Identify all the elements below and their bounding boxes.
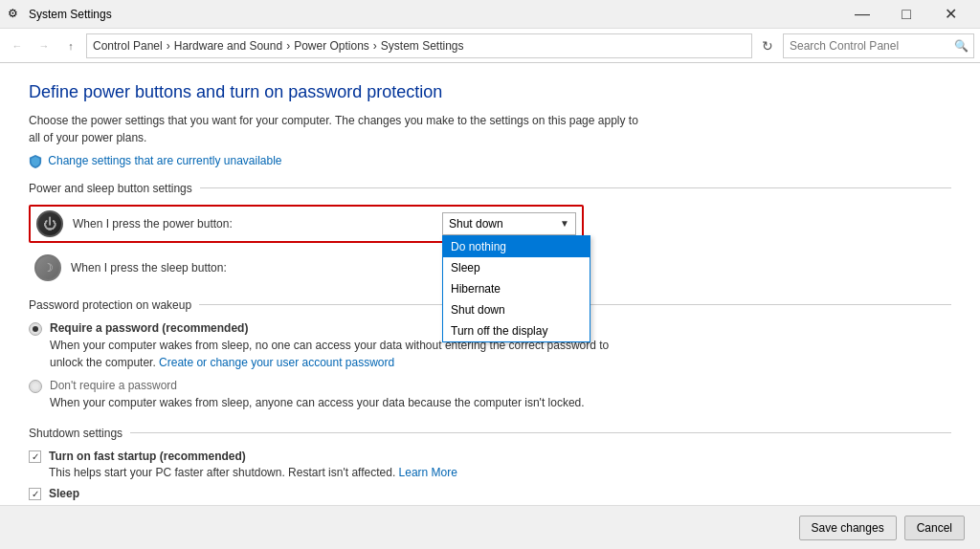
sleep-checkbox[interactable] bbox=[29, 488, 41, 500]
main-content: Define power buttons and turn on passwor… bbox=[0, 63, 980, 505]
breadcrumb-sep-2: › bbox=[286, 39, 290, 53]
page-description: Choose the power settings that you want … bbox=[29, 112, 651, 146]
dont-require-password-label[interactable]: Don't require a password bbox=[50, 379, 585, 392]
sleep-checkbox-wrap: Sleep Show in Power menu. bbox=[49, 487, 161, 505]
password-section-label: Password protection on wakeup bbox=[29, 298, 199, 312]
shutdown-section: Turn on fast startup (recommended) This … bbox=[29, 450, 641, 505]
power-button-row: When I press the power button: Shut down… bbox=[29, 205, 584, 243]
require-password-radio[interactable] bbox=[29, 322, 42, 336]
sleep-icon bbox=[34, 254, 61, 281]
fast-startup-desc: This helps start your PC faster after sh… bbox=[49, 465, 457, 481]
up-button[interactable]: ↑ bbox=[59, 34, 82, 57]
dont-require-password-option: Don't require a password When your compu… bbox=[29, 379, 641, 411]
forward-button[interactable]: → bbox=[33, 34, 56, 57]
dont-require-password-radio[interactable] bbox=[29, 380, 42, 393]
breadcrumb[interactable]: Control Panel › Hardware and Sound › Pow… bbox=[86, 33, 752, 58]
breadcrumb-item-2: Hardware and Sound bbox=[174, 39, 282, 53]
power-icon bbox=[36, 210, 63, 237]
shield-icon bbox=[29, 155, 42, 168]
save-changes-button[interactable]: Save changes bbox=[799, 516, 897, 540]
fast-startup-row: Turn on fast startup (recommended) This … bbox=[29, 450, 641, 481]
fast-startup-wrap: Turn on fast startup (recommended) This … bbox=[49, 450, 457, 481]
power-section-label: Power and sleep button settings bbox=[29, 182, 200, 195]
shutdown-section-divider: Shutdown settings bbox=[29, 427, 951, 440]
title-bar: ⚙ System Settings — □ ✕ bbox=[0, 0, 980, 29]
power-dropdown-button[interactable]: Shut down ▼ bbox=[442, 212, 576, 235]
dropdown-item-turn-off-display[interactable]: Turn off the display bbox=[443, 320, 590, 341]
change-settings-link[interactable]: Change settings that are currently unava… bbox=[48, 154, 281, 167]
chevron-down-icon: ▼ bbox=[560, 218, 569, 229]
close-button[interactable]: ✕ bbox=[928, 0, 972, 29]
fast-startup-label: Turn on fast startup (recommended) bbox=[49, 450, 246, 463]
window-title: System Settings bbox=[29, 8, 840, 21]
search-wrap: 🔍 bbox=[783, 33, 974, 58]
page-title: Define power buttons and turn on passwor… bbox=[29, 82, 951, 102]
dropdown-item-shut-down[interactable]: Shut down bbox=[443, 299, 590, 320]
breadcrumb-item-4: System Settings bbox=[381, 39, 464, 53]
search-input[interactable] bbox=[783, 33, 974, 58]
refresh-button[interactable]: ↻ bbox=[756, 34, 779, 57]
power-section-divider: Power and sleep button settings bbox=[29, 182, 951, 195]
sleep-checkbox-label: Sleep bbox=[49, 487, 79, 500]
minimize-button[interactable]: — bbox=[840, 0, 884, 29]
cancel-button[interactable]: Cancel bbox=[904, 516, 965, 540]
power-dropdown-wrap: Shut down ▼ Do nothing Sleep Hibernate S… bbox=[442, 212, 576, 235]
create-password-link[interactable]: Create or change your user account passw… bbox=[159, 356, 394, 369]
power-dropdown-menu: Do nothing Sleep Hibernate Shut down Tur… bbox=[442, 235, 590, 342]
breadcrumb-sep-1: › bbox=[167, 39, 170, 53]
address-bar: ← → ↑ Control Panel › Hardware and Sound… bbox=[0, 29, 980, 63]
change-settings-row: Change settings that are currently unava… bbox=[29, 154, 951, 168]
shutdown-divider-line bbox=[130, 432, 951, 433]
dropdown-item-sleep[interactable]: Sleep bbox=[443, 257, 590, 278]
sleep-checkbox-desc: Show in Power menu. bbox=[49, 502, 161, 505]
maximize-button[interactable]: □ bbox=[884, 0, 928, 29]
dropdown-item-hibernate[interactable]: Hibernate bbox=[443, 278, 590, 299]
sleep-checkbox-row: Sleep Show in Power menu. bbox=[29, 487, 641, 505]
dont-require-password-wrap: Don't require a password When your compu… bbox=[50, 379, 585, 411]
dropdown-item-do-nothing[interactable]: Do nothing bbox=[443, 236, 590, 257]
search-icon: 🔍 bbox=[954, 39, 969, 53]
power-dropdown-value: Shut down bbox=[449, 217, 503, 231]
dont-require-password-desc: When your computer wakes from sleep, any… bbox=[50, 394, 585, 411]
power-button-label: When I press the power button: bbox=[73, 217, 442, 231]
breadcrumb-item-3: Power Options bbox=[294, 39, 369, 53]
fast-startup-checkbox[interactable] bbox=[29, 450, 41, 463]
window-controls: — □ ✕ bbox=[840, 0, 972, 29]
window-icon: ⚙ bbox=[8, 7, 23, 22]
breadcrumb-sep-3: › bbox=[373, 39, 377, 53]
shutdown-section-label: Shutdown settings bbox=[29, 427, 130, 440]
power-divider-line bbox=[200, 187, 951, 188]
back-button[interactable]: ← bbox=[6, 34, 29, 57]
fast-startup-learn-link[interactable]: Learn More bbox=[399, 466, 457, 479]
breadcrumb-item-1: Control Panel bbox=[93, 39, 163, 53]
bottom-bar: Save changes Cancel bbox=[0, 505, 980, 549]
